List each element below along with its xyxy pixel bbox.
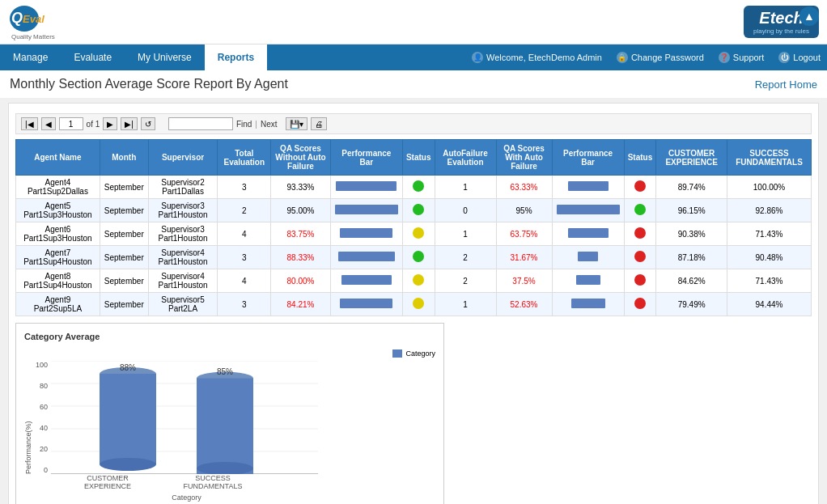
col-qa-no-auto: QA Scores Without Auto Failure (271, 140, 331, 176)
cell-perf-bar-1 (330, 199, 402, 222)
nav-reports[interactable]: Reports (205, 44, 267, 70)
legend-color-box (392, 349, 402, 358)
chart-body: Performance(%) 100 80 60 40 20 0 (24, 361, 435, 502)
chart-svg: 88% 85% (51, 361, 318, 474)
svg-text:Eval: Eval (23, 13, 45, 25)
cell-supervisor: Supervisor3 Part1Houston (148, 199, 218, 222)
cell-qa-no-auto: 95.00% (271, 199, 331, 222)
svg-rect-11 (100, 374, 156, 464)
find-sep: | (255, 120, 257, 129)
table-row: Agent4 Part1Sup2Dallas September Supervi… (16, 176, 812, 199)
nav-logout[interactable]: ⏻ Logout (772, 44, 827, 70)
nav-change-password[interactable]: 🔒 Change Password (610, 44, 710, 70)
page-number-input[interactable] (59, 117, 83, 130)
cell-supervisor: Supervisor4 Part1Houston (148, 269, 218, 293)
refresh-button[interactable]: ↺ (141, 117, 155, 130)
prev-page-button[interactable]: ◀ (41, 117, 56, 130)
table-scroll-container: Agent Name Month Supervisor Total Evalua… (15, 139, 812, 316)
cell-auto-fail: 0 (435, 199, 496, 222)
col-month: Month (100, 140, 148, 176)
cell-cust-exp: 96.15% (656, 199, 727, 222)
cell-status-2 (624, 246, 656, 269)
chart-plot-area: 100 80 60 40 20 0 (36, 361, 318, 474)
col-perf-bar-1: Performance Bar (330, 140, 402, 176)
nav-support[interactable]: ❓ Support (712, 44, 771, 70)
cell-perf-bar-1 (330, 222, 402, 246)
nav-manage[interactable]: Manage (0, 44, 61, 70)
x-axis-labels: CUSTOMEREXPERIENCE SUCCESSFUNDAMENTALS (55, 474, 318, 490)
print-button[interactable]: 🖨 (311, 117, 327, 130)
table-row: Agent9 Part2Sup5LA September Supervisor5… (16, 293, 812, 316)
export-button[interactable]: 💾▾ (286, 117, 307, 130)
chart-x-label: Category (55, 493, 318, 502)
cell-total-eval: 3 (218, 293, 271, 316)
report-home-link[interactable]: Report Home (755, 78, 817, 91)
cell-qa-no-auto: 84.21% (271, 293, 331, 316)
table-row: Agent5 Part1Sup3Houston September Superv… (16, 199, 812, 222)
col-total-eval: Total Evaluation (218, 140, 271, 176)
col-perf-bar-2: Performance Bar (552, 140, 624, 176)
app-header: Q Eval Quality Matters Etech playing by … (0, 0, 827, 44)
cell-perf-bar-2 (552, 293, 624, 316)
chart-y-label: Performance(%) (24, 361, 32, 474)
cell-total-eval: 2 (218, 199, 271, 222)
help-icon: ❓ (719, 52, 730, 63)
cell-status-1 (402, 269, 435, 293)
cell-total-eval: 3 (218, 246, 271, 269)
search-input[interactable] (168, 117, 233, 130)
y-axis: 100 80 60 40 20 0 (36, 361, 51, 474)
cell-qa-with-auto: 63.33% (496, 176, 552, 199)
cell-perf-bar-2 (552, 269, 624, 293)
cell-month: September (100, 176, 148, 199)
col-status-1: Status (402, 140, 435, 176)
cell-auto-fail: 2 (435, 246, 496, 269)
power-icon: ⏻ (778, 52, 790, 63)
svg-text:Q: Q (11, 10, 23, 26)
col-qa-with-auto: QA Scores With Auto Failure (496, 140, 552, 176)
cell-auto-fail: 1 (435, 176, 496, 199)
cell-cust-exp: 79.49% (656, 293, 727, 316)
cell-success-fund: 71.43% (727, 222, 812, 246)
nav-welcome: 👤 Welcome, EtechDemo Admin (465, 44, 609, 70)
next-page-button[interactable]: ▶ (103, 117, 117, 130)
cell-supervisor: Supervisor5 Part2LA (148, 293, 218, 316)
cell-auto-fail: 1 (435, 222, 496, 246)
cell-perf-bar-1 (330, 176, 402, 199)
first-page-button[interactable]: |◀ (21, 117, 38, 130)
cell-qa-with-auto: 95% (496, 199, 552, 222)
cell-cust-exp: 89.74% (656, 176, 727, 199)
user-icon: 👤 (472, 52, 483, 63)
cell-status-2 (624, 269, 656, 293)
table-row: Agent7 Part1Sup4Houston September Superv… (16, 246, 812, 269)
nav-left: Manage Evaluate My Universe Reports (0, 44, 267, 70)
page-title: Monthly Section Average Score Report By … (10, 77, 288, 91)
cell-status-2 (624, 199, 656, 222)
cell-qa-no-auto: 80.00% (271, 269, 331, 293)
cell-status-2 (624, 293, 656, 316)
last-page-button[interactable]: ▶| (121, 117, 138, 130)
logo-area: Q Eval Quality Matters (8, 4, 73, 40)
cell-perf-bar-1 (330, 269, 402, 293)
cell-total-eval: 4 (218, 222, 271, 246)
lock-icon: 🔒 (617, 52, 628, 63)
chart-legend: Category (392, 349, 435, 358)
legend-label: Category (405, 349, 435, 358)
cell-qa-with-auto: 37.5% (496, 269, 552, 293)
chart-area: Category Average Category Performance(%)… (15, 323, 444, 504)
cell-supervisor: Supervisor3 Part1Houston (148, 222, 218, 246)
cell-qa-no-auto: 93.33% (271, 176, 331, 199)
svg-text:85%: 85% (217, 367, 233, 376)
cell-cust-exp: 84.62% (656, 269, 727, 293)
cell-status-1 (402, 293, 435, 316)
cell-success-fund: 92.86% (727, 199, 812, 222)
scroll-up-button[interactable]: ▲ (799, 6, 819, 26)
logo-subtitle: Quality Matters (11, 33, 55, 40)
cell-month: September (100, 199, 148, 222)
table-row: Agent6 Part1Sup3Houston September Superv… (16, 222, 812, 246)
col-status-2: Status (624, 140, 656, 176)
cell-perf-bar-2 (552, 246, 624, 269)
nav-my-universe[interactable]: My Universe (125, 44, 205, 70)
cell-month: September (100, 269, 148, 293)
nav-evaluate[interactable]: Evaluate (61, 44, 125, 70)
page-title-bar: Monthly Section Average Score Report By … (0, 70, 827, 98)
